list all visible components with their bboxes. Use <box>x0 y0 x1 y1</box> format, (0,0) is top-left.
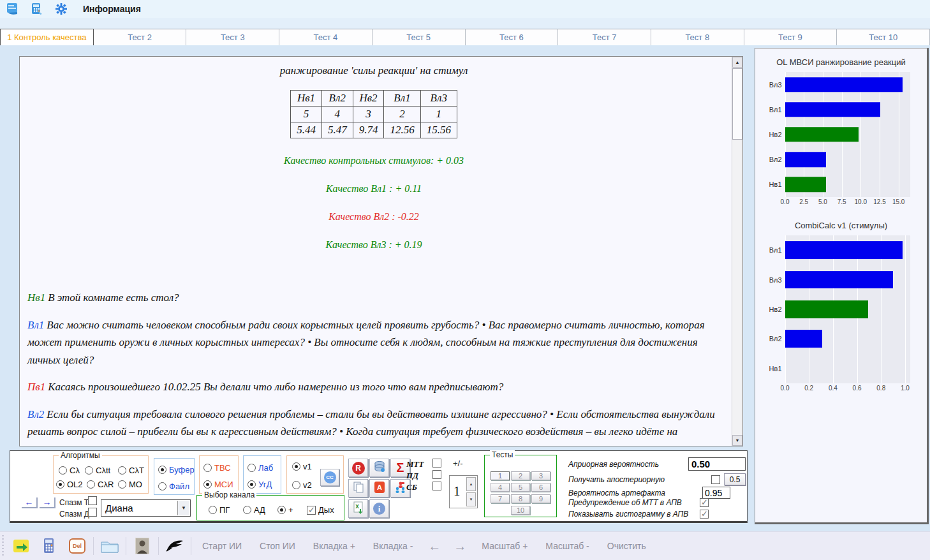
gear-icon[interactable] <box>54 2 69 16</box>
test-button-9[interactable]: 9 <box>531 494 550 503</box>
spasm-d-checkbox[interactable] <box>88 508 97 517</box>
spinner-down-icon[interactable]: ▼ <box>466 492 476 506</box>
radio-clR[interactable]: СλR <box>87 480 114 489</box>
group-channel: Выбор канала ПГ АД + Дых <box>196 495 344 520</box>
tab-7[interactable]: Тест 7 <box>558 29 651 45</box>
database-button[interactable] <box>369 459 389 477</box>
toolbar-button-3[interactable]: Вкладка - <box>373 541 413 551</box>
toolbar-button-r0[interactable]: Масштаб + <box>482 541 528 551</box>
toolbar-button-r1[interactable]: Масштаб - <box>545 541 589 551</box>
radio-plus[interactable]: + <box>277 505 293 515</box>
arrow-right-icon[interactable]: → <box>454 539 466 553</box>
chevron-down-icon[interactable]: ▼ <box>177 501 189 515</box>
radio-v1[interactable]: v1 <box>292 462 312 471</box>
tab-5[interactable]: Тест 5 <box>373 29 466 45</box>
setting-checkbox[interactable] <box>700 498 709 507</box>
toolbar-grip[interactable] <box>2 535 7 557</box>
tab-1[interactable]: 1 Контроль качества <box>0 29 94 45</box>
toolbar-button-r2[interactable]: Очистить <box>607 541 646 551</box>
scroll-up-icon[interactable]: ▲ <box>732 57 742 68</box>
radio-cltt[interactable]: Сλtt <box>85 466 110 475</box>
test-button-8[interactable]: 8 <box>511 494 530 503</box>
folder-icon[interactable] <box>100 536 120 556</box>
apriori-probability-input[interactable] <box>688 457 746 471</box>
table-header-cell: Нв2 <box>353 91 384 107</box>
info-button[interactable]: i <box>369 499 389 518</box>
aposteriori-checkbox[interactable] <box>711 475 720 484</box>
quality-line: Качество контрольных стимулов: + 0.03 <box>27 155 720 166</box>
excel-export-button[interactable]: x <box>348 499 368 518</box>
test-button-6[interactable]: 6 <box>531 483 550 492</box>
radio-file[interactable]: Файл <box>158 482 189 491</box>
menu-information[interactable]: Информация <box>83 4 141 14</box>
prev-arrow-button[interactable]: ← <box>22 497 38 508</box>
vertical-scrollbar[interactable]: ▲ ▼ <box>732 57 742 446</box>
test-button-4[interactable]: 4 <box>491 483 510 492</box>
test-number-spinner[interactable]: 1 ▲ ▼ <box>449 475 478 508</box>
radio-mo[interactable]: МО <box>118 480 142 489</box>
breath-checkbox-item[interactable]: Дых <box>307 505 334 515</box>
scroll-down-icon[interactable]: ▼ <box>732 435 742 446</box>
cc-button[interactable]: CC <box>320 469 339 486</box>
radio-buffer[interactable]: Буфер <box>158 465 195 475</box>
next-arrow-button[interactable]: → <box>40 497 55 508</box>
stimulus-label: Пв1 <box>27 381 45 393</box>
aposteriori-value-button[interactable]: 0.5 <box>724 473 746 485</box>
toolbar-button-0[interactable]: Старт ИИ <box>202 541 242 551</box>
report-icon[interactable] <box>5 2 20 16</box>
radio-cl[interactable]: Сλ <box>59 466 80 475</box>
spasm-t-checkbox[interactable] <box>88 496 97 505</box>
cc-icon: CC <box>324 471 336 483</box>
calculator-icon[interactable] <box>39 536 59 556</box>
portrait-icon[interactable] <box>132 536 152 556</box>
test-button-3[interactable]: 3 <box>531 471 550 480</box>
plusminus-label: +/- <box>453 459 463 468</box>
person-dropdown[interactable]: Диана ▼ <box>101 499 191 517</box>
calculator-icon[interactable] <box>29 2 45 16</box>
radio-ad[interactable]: АД <box>243 505 265 515</box>
tab-4[interactable]: Тест 4 <box>279 29 373 45</box>
tab-3[interactable]: Тест 3 <box>186 29 279 45</box>
tab-2[interactable]: Тест 2 <box>94 29 187 45</box>
table-cell: 5.47 <box>321 122 353 138</box>
tab-10[interactable]: Тест 10 <box>837 29 930 45</box>
chart-xtick-label: 1.0 <box>901 385 910 392</box>
setting-checkbox[interactable] <box>700 510 709 519</box>
radio-ugd[interactable]: УгД <box>247 480 272 489</box>
test-button-10[interactable]: 10 <box>511 506 530 515</box>
radio-clT[interactable]: СλT <box>118 466 144 475</box>
pdf-button[interactable]: A <box>369 479 389 497</box>
svg-text:x: x <box>355 503 359 510</box>
radio-msi[interactable]: МСИ <box>203 480 233 489</box>
chart-plot: Вл1Вл3Нв2Вл2Нв1 <box>785 235 910 383</box>
breath-checkbox[interactable] <box>307 506 316 515</box>
flag-pd-checkbox[interactable] <box>432 470 441 479</box>
flag-mtt-checkbox[interactable] <box>432 459 441 468</box>
radio-ol2[interactable]: OL2 <box>56 480 83 489</box>
toolbar-button-2[interactable]: Вкладка + <box>313 541 355 551</box>
tab-8[interactable]: Тест 8 <box>651 29 744 45</box>
test-button-1[interactable]: 1 <box>491 471 510 480</box>
radio-pg[interactable]: ПГ <box>209 505 230 515</box>
copy-button[interactable] <box>348 479 368 497</box>
spinner-up-icon[interactable]: ▲ <box>466 477 476 491</box>
test-button-2[interactable]: 2 <box>511 471 530 480</box>
radio-tvs[interactable]: ТВС <box>203 463 231 473</box>
export-icon[interactable] <box>11 536 31 556</box>
chart-xtick-label: 12.5 <box>873 198 885 205</box>
tab-9[interactable]: Тест 9 <box>744 29 838 45</box>
radio-lab[interactable]: Лаб <box>247 463 273 473</box>
radio-v2[interactable]: v2 <box>292 480 312 490</box>
delete-icon[interactable]: Del <box>67 536 87 556</box>
tab-6[interactable]: Тест 6 <box>466 29 559 45</box>
toolbar-button-1[interactable]: Стоп ИИ <box>260 541 295 551</box>
arrow-left-icon[interactable]: ← <box>428 539 441 553</box>
scrollbar-thumb[interactable] <box>732 68 742 140</box>
r-language-button[interactable]: R <box>348 459 368 477</box>
chart-xtick-label: 0.6 <box>853 385 862 392</box>
quill-icon[interactable] <box>165 536 185 556</box>
test-button-5[interactable]: 5 <box>511 483 530 492</box>
flag-sb-checkbox[interactable] <box>432 482 441 490</box>
test-button-7[interactable]: 7 <box>491 494 510 503</box>
chart-xtick-label: 0.4 <box>829 385 838 392</box>
